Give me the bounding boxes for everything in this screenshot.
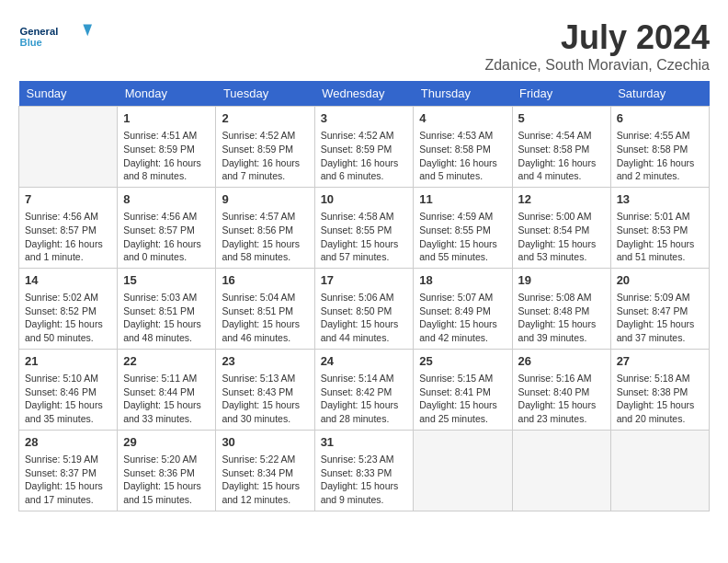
day-number: 7 [25, 191, 111, 208]
day-info: Sunrise: 5:20 AM Sunset: 8:36 PM Dayligh… [123, 453, 210, 507]
day-number: 20 [617, 272, 703, 289]
day-number: 25 [419, 353, 506, 370]
calendar-cell: 31Sunrise: 5:23 AM Sunset: 8:33 PM Dayli… [314, 430, 414, 511]
calendar-cell: 4Sunrise: 4:53 AM Sunset: 8:58 PM Daylig… [414, 107, 512, 188]
calendar-cell: 1Sunrise: 4:51 AM Sunset: 8:59 PM Daylig… [118, 107, 216, 188]
calendar-cell: 28Sunrise: 5:19 AM Sunset: 8:37 PM Dayli… [19, 430, 118, 511]
calendar-cell: 11Sunrise: 4:59 AM Sunset: 8:55 PM Dayli… [414, 187, 512, 268]
day-number: 19 [518, 272, 605, 289]
day-info: Sunrise: 4:55 AM Sunset: 8:58 PM Dayligh… [617, 129, 703, 183]
day-info: Sunrise: 5:13 AM Sunset: 8:43 PM Dayligh… [222, 372, 308, 426]
day-info: Sunrise: 5:10 AM Sunset: 8:46 PM Dayligh… [25, 372, 111, 426]
day-info: Sunrise: 5:02 AM Sunset: 8:52 PM Dayligh… [25, 291, 111, 345]
day-info: Sunrise: 5:15 AM Sunset: 8:41 PM Dayligh… [419, 372, 506, 426]
calendar-cell: 23Sunrise: 5:13 AM Sunset: 8:43 PM Dayli… [216, 349, 314, 430]
weekday-header: Wednesday [314, 81, 414, 107]
day-info: Sunrise: 5:08 AM Sunset: 8:48 PM Dayligh… [518, 291, 605, 345]
weekday-header: Tuesday [216, 81, 314, 107]
day-info: Sunrise: 5:09 AM Sunset: 8:47 PM Dayligh… [617, 291, 703, 345]
calendar-cell: 29Sunrise: 5:20 AM Sunset: 8:36 PM Dayli… [118, 430, 216, 511]
weekday-header-row: SundayMondayTuesdayWednesdayThursdayFrid… [19, 81, 710, 107]
calendar-cell: 21Sunrise: 5:10 AM Sunset: 8:46 PM Dayli… [19, 349, 118, 430]
day-number: 17 [321, 272, 408, 289]
day-info: Sunrise: 4:52 AM Sunset: 8:59 PM Dayligh… [222, 129, 308, 183]
calendar-cell: 7Sunrise: 4:56 AM Sunset: 8:57 PM Daylig… [19, 187, 118, 268]
calendar-cell: 25Sunrise: 5:15 AM Sunset: 8:41 PM Dayli… [414, 349, 512, 430]
day-info: Sunrise: 4:51 AM Sunset: 8:59 PM Dayligh… [123, 129, 210, 183]
day-number: 12 [518, 191, 605, 208]
calendar-cell: 22Sunrise: 5:11 AM Sunset: 8:44 PM Dayli… [118, 349, 216, 430]
svg-text:Blue: Blue [20, 37, 42, 48]
calendar-table: SundayMondayTuesdayWednesdayThursdayFrid… [18, 81, 710, 511]
calendar-week-row: 7Sunrise: 4:56 AM Sunset: 8:57 PM Daylig… [19, 187, 710, 268]
day-number: 21 [25, 353, 111, 370]
day-number: 1 [123, 110, 210, 127]
logo: General Blue [18, 18, 92, 55]
svg-marker-2 [83, 24, 92, 36]
calendar-cell: 24Sunrise: 5:14 AM Sunset: 8:42 PM Dayli… [314, 349, 414, 430]
day-number: 8 [123, 191, 210, 208]
calendar-week-row: 28Sunrise: 5:19 AM Sunset: 8:37 PM Dayli… [19, 430, 710, 511]
day-number: 30 [222, 434, 308, 451]
day-number: 2 [222, 110, 308, 127]
day-number: 3 [321, 110, 408, 127]
day-info: Sunrise: 4:56 AM Sunset: 8:57 PM Dayligh… [123, 210, 210, 264]
day-info: Sunrise: 5:16 AM Sunset: 8:40 PM Dayligh… [518, 372, 605, 426]
calendar-cell [19, 107, 118, 188]
day-number: 9 [222, 191, 308, 208]
day-info: Sunrise: 5:00 AM Sunset: 8:54 PM Dayligh… [518, 210, 605, 264]
calendar-cell: 18Sunrise: 5:07 AM Sunset: 8:49 PM Dayli… [414, 268, 512, 349]
calendar-cell [414, 430, 512, 511]
weekday-header: Thursday [414, 81, 512, 107]
calendar-cell: 12Sunrise: 5:00 AM Sunset: 8:54 PM Dayli… [512, 187, 610, 268]
day-info: Sunrise: 5:06 AM Sunset: 8:50 PM Dayligh… [321, 291, 408, 345]
location: Zdanice, South Moravian, Czechia [484, 57, 710, 74]
page-header: General Blue July 2024 Zdanice, South Mo… [18, 18, 710, 74]
day-number: 15 [123, 272, 210, 289]
day-info: Sunrise: 5:19 AM Sunset: 8:37 PM Dayligh… [25, 453, 111, 507]
day-info: Sunrise: 5:11 AM Sunset: 8:44 PM Dayligh… [123, 372, 210, 426]
day-info: Sunrise: 4:53 AM Sunset: 8:58 PM Dayligh… [419, 129, 506, 183]
day-number: 13 [617, 191, 703, 208]
calendar-cell [610, 430, 709, 511]
calendar-week-row: 21Sunrise: 5:10 AM Sunset: 8:46 PM Dayli… [19, 349, 710, 430]
day-number: 5 [518, 110, 605, 127]
day-number: 29 [123, 434, 210, 451]
day-number: 23 [222, 353, 308, 370]
calendar-week-row: 1Sunrise: 4:51 AM Sunset: 8:59 PM Daylig… [19, 107, 710, 188]
calendar-cell: 8Sunrise: 4:56 AM Sunset: 8:57 PM Daylig… [118, 187, 216, 268]
weekday-header: Friday [512, 81, 610, 107]
day-info: Sunrise: 5:03 AM Sunset: 8:51 PM Dayligh… [123, 291, 210, 345]
day-info: Sunrise: 5:14 AM Sunset: 8:42 PM Dayligh… [321, 372, 408, 426]
day-number: 24 [321, 353, 408, 370]
day-info: Sunrise: 4:54 AM Sunset: 8:58 PM Dayligh… [518, 129, 605, 183]
calendar-cell: 30Sunrise: 5:22 AM Sunset: 8:34 PM Dayli… [216, 430, 314, 511]
calendar-cell: 16Sunrise: 5:04 AM Sunset: 8:51 PM Dayli… [216, 268, 314, 349]
title-section: July 2024 Zdanice, South Moravian, Czech… [484, 18, 710, 74]
calendar-cell: 17Sunrise: 5:06 AM Sunset: 8:50 PM Dayli… [314, 268, 414, 349]
calendar-cell: 9Sunrise: 4:57 AM Sunset: 8:56 PM Daylig… [216, 187, 314, 268]
day-info: Sunrise: 5:18 AM Sunset: 8:38 PM Dayligh… [617, 372, 703, 426]
calendar-cell [512, 430, 610, 511]
logo-svg: General Blue [18, 18, 92, 55]
day-info: Sunrise: 5:01 AM Sunset: 8:53 PM Dayligh… [617, 210, 703, 264]
weekday-header: Monday [118, 81, 216, 107]
day-number: 4 [419, 110, 506, 127]
month-year: July 2024 [484, 18, 710, 57]
calendar-cell: 13Sunrise: 5:01 AM Sunset: 8:53 PM Dayli… [610, 187, 709, 268]
day-number: 16 [222, 272, 308, 289]
calendar-cell: 14Sunrise: 5:02 AM Sunset: 8:52 PM Dayli… [19, 268, 118, 349]
day-number: 6 [617, 110, 703, 127]
calendar-cell: 26Sunrise: 5:16 AM Sunset: 8:40 PM Dayli… [512, 349, 610, 430]
weekday-header: Sunday [19, 81, 118, 107]
day-info: Sunrise: 4:56 AM Sunset: 8:57 PM Dayligh… [25, 210, 111, 264]
day-info: Sunrise: 5:23 AM Sunset: 8:33 PM Dayligh… [321, 453, 408, 507]
calendar-cell: 10Sunrise: 4:58 AM Sunset: 8:55 PM Dayli… [314, 187, 414, 268]
day-info: Sunrise: 4:52 AM Sunset: 8:59 PM Dayligh… [321, 129, 408, 183]
calendar-cell: 19Sunrise: 5:08 AM Sunset: 8:48 PM Dayli… [512, 268, 610, 349]
calendar-cell: 3Sunrise: 4:52 AM Sunset: 8:59 PM Daylig… [314, 107, 414, 188]
day-info: Sunrise: 5:04 AM Sunset: 8:51 PM Dayligh… [222, 291, 308, 345]
day-number: 11 [419, 191, 506, 208]
calendar-cell: 20Sunrise: 5:09 AM Sunset: 8:47 PM Dayli… [610, 268, 709, 349]
day-number: 18 [419, 272, 506, 289]
